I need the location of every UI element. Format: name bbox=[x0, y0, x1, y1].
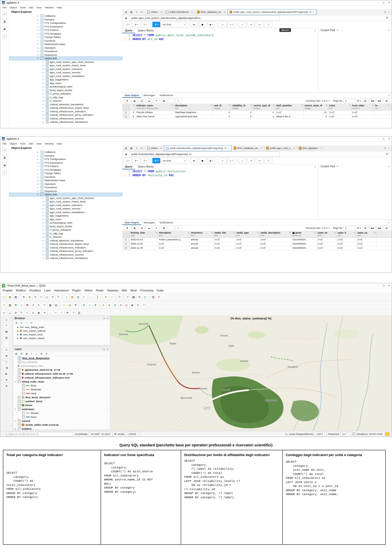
tree-item-materialized-views[interactable]: ▸Materialized Views bbox=[9, 42, 122, 46]
close-tab-icon[interactable]: ✕ bbox=[224, 11, 225, 13]
tree-item-functions[interactable]: ▸Functions bbox=[9, 39, 122, 43]
tree-item-fts-parsers[interactable]: ▸FTS Parsers bbox=[9, 164, 122, 168]
layer-checkbox[interactable]: ✓ bbox=[18, 396, 21, 399]
layer-diagrams[interactable]: ◉ bbox=[67, 302, 73, 308]
rollback-button[interactable]: ↺ bbox=[247, 22, 255, 27]
edit-column-icon[interactable]: ✎ bbox=[374, 232, 376, 234]
tab-diva-digital-po[interactable]: diva_digital/po...✕ bbox=[297, 145, 324, 151]
close-button[interactable]: ✕ bbox=[388, 137, 390, 140]
tree-item-ci-sources[interactable]: ▸ci_sources bbox=[9, 99, 122, 103]
stop-button[interactable]: ■ bbox=[190, 22, 198, 27]
edit-column-icon[interactable]: ✎ bbox=[388, 104, 389, 107]
tree-item-agro-rural-system-sources[interactable]: ▸agro_rural_system_sources bbox=[9, 207, 122, 210]
layer-item-river[interactable]: ✓River bbox=[13, 415, 110, 419]
maximize-button[interactable]: ▢ bbox=[382, 284, 385, 287]
tree-item-fts-templates[interactable]: ▸FTS Templates bbox=[9, 168, 122, 172]
close-tab-icon[interactable]: ✕ bbox=[321, 147, 322, 149]
graph-visualiser-button[interactable]: ∿ bbox=[175, 226, 182, 230]
layer-checkbox[interactable]: ✓ bbox=[22, 412, 25, 414]
browser-item-osm-hiking-trails[interactable]: ▸osm_hiking_trails bbox=[13, 325, 110, 329]
scale-feature[interactable]: ↗ bbox=[71, 310, 76, 315]
map-canvas[interactable]: [% diva_status_summary() %] StrovodëShar… bbox=[110, 315, 392, 431]
layer-checkbox[interactable]: ✓ bbox=[18, 423, 21, 426]
zoom-in[interactable]: ⊕ bbox=[27, 294, 32, 300]
cut-features[interactable]: ✂ bbox=[42, 302, 47, 308]
edit-column-icon[interactable]: ✎ bbox=[326, 104, 327, 107]
layer-checkbox[interactable]: ✓ bbox=[22, 416, 25, 418]
next-page-button[interactable]: ▶▶ bbox=[376, 226, 383, 230]
column-header-indicator-name[interactable]: indicator_namecharacter varying (250)✎ bbox=[135, 104, 174, 110]
close-button[interactable]: ✕ bbox=[388, 1, 390, 4]
titlebar[interactable]: pg pgAdmin 4 – ▢ ✕ bbox=[0, 136, 392, 141]
tree-item-tables[interactable]: ▾Tables (63) bbox=[9, 57, 122, 60]
tree-item-fts-configurations[interactable]: ▸FTS Configurations bbox=[9, 21, 122, 25]
tree-item-ci-sdg-map[interactable]: ▸ci_sdg_map bbox=[9, 96, 122, 99]
tree-item-agro-rural-system-agro-food-structure[interactable]: ▸agro_rural_system_agro_food_structure bbox=[9, 196, 122, 200]
layer-checkbox[interactable]: ✓ bbox=[22, 388, 25, 391]
tree-item-cultural-infrastructure-translations[interactable]: ▸cultural_infrastructure_translations bbox=[9, 256, 122, 260]
layer-item-agritourism-2025-10-26-17-00[interactable]: ✓agritourism_2025-10-26_17-00 bbox=[13, 368, 110, 372]
layer-item-diva-local-diagnostics[interactable]: diva_local_diagnostics bbox=[13, 356, 110, 360]
expand-editor-icon[interactable]: ↗ bbox=[312, 29, 318, 32]
menu-vettore[interactable]: Vettore bbox=[84, 289, 93, 292]
simplify-feature[interactable]: ∿ bbox=[25, 310, 30, 315]
search-tabs-icon[interactable]: ⊙ bbox=[140, 10, 144, 14]
style-manager-panel[interactable]: ◆ bbox=[4, 383, 9, 388]
execute-options-button[interactable]: ▶▾ bbox=[207, 158, 215, 163]
edit-column-icon[interactable]: ✎ bbox=[314, 232, 316, 234]
add-group[interactable]: ⊞ bbox=[20, 352, 23, 356]
browser-collapse-all[interactable]: ⊟ bbox=[30, 321, 33, 325]
plugin-manager[interactable]: ❖ bbox=[93, 302, 98, 308]
expand-editor-icon[interactable]: ↗ bbox=[312, 165, 318, 168]
open-layer-styling-panel[interactable]: ◧ bbox=[15, 352, 18, 356]
edit-column-icon[interactable]: ✎ bbox=[334, 232, 336, 234]
remove-layer[interactable]: ⊟ bbox=[45, 352, 48, 356]
layer-checkbox[interactable]: ✓ bbox=[18, 408, 21, 411]
column-header-item[interactable]: ✎ bbox=[130, 104, 135, 110]
prev-page-button[interactable]: ◀◀ bbox=[369, 226, 376, 230]
field-calculator[interactable]: # bbox=[156, 294, 162, 300]
quickmap-services[interactable]: ● bbox=[107, 302, 112, 308]
add-raster-layer[interactable]: ▩ bbox=[4, 329, 9, 334]
graph-visualiser-button[interactable]: ∿ bbox=[175, 98, 182, 103]
menu-object[interactable]: Object bbox=[9, 142, 16, 145]
crs-indicator[interactable]: EPSG:4326 bbox=[369, 433, 382, 435]
column-header-media-type[interactable]: media_typetext✎ bbox=[235, 231, 260, 237]
close-tab-icon[interactable]: ✕ bbox=[313, 11, 314, 13]
georeferencer[interactable]: ⊞ bbox=[118, 302, 123, 308]
menu-file[interactable]: File bbox=[2, 142, 6, 145]
first-page-button[interactable]: |◀ bbox=[362, 226, 368, 230]
pan-map[interactable]: ❖ bbox=[21, 294, 26, 300]
show-bookmarks[interactable]: ☆ bbox=[109, 294, 114, 300]
dashboard-tab-icon[interactable]: ▦ bbox=[129, 146, 133, 150]
layer-item-hiking-trails-clean[interactable]: ▾✓hiking_trails_clean bbox=[13, 380, 110, 384]
filter-button[interactable]: ▼▾ bbox=[152, 158, 160, 163]
new-shapefile-layer[interactable]: ✚ bbox=[4, 377, 9, 382]
tab-menu-icon[interactable]: ⋮ bbox=[387, 11, 390, 13]
tree-item-cultural-infrastructure-proxy-indicators[interactable]: ▸cultural_infrastructure_proxy_indicator… bbox=[9, 113, 122, 117]
tree-item-domains[interactable]: ▸Domains bbox=[9, 18, 122, 21]
tree-item-agro-rural-system-import-temp[interactable]: ▸agro_rural_system_import_temp bbox=[9, 64, 122, 67]
tree-item-agro-rural-system-indicators[interactable]: ▸agro_rural_system_indicators bbox=[9, 203, 122, 207]
tree-item-ci-proxy-indicators[interactable]: ▸ci_proxy_indicators bbox=[9, 228, 122, 232]
titlebar[interactable]: pg pgAdmin 4 – ▢ ✕ bbox=[0, 0, 392, 5]
grid-row[interactable]: 32025-12-25[null]annual[null][null][null… bbox=[122, 246, 392, 250]
tree-item-agro-rural-system-indicators[interactable]: ▸agro_rural_system_indicators bbox=[9, 67, 122, 71]
reload-connection-icon[interactable]: ↻ bbox=[386, 16, 390, 20]
column-header-name-sq[interactable]: name_sqtext✎ bbox=[356, 231, 376, 237]
tree-item-domains[interactable]: ▸Domains bbox=[9, 154, 122, 158]
close-button[interactable]: ✕ bbox=[388, 284, 390, 287]
zoom-full[interactable]: ▭ bbox=[38, 294, 44, 300]
tree-item-cultural-infrastructure-translations[interactable]: ▸cultural_infrastructure_translations bbox=[9, 120, 122, 124]
tree-item-cultural-infrastructure-import-temp[interactable]: ▸cultural_infrastructure_import_temp bbox=[9, 106, 122, 110]
edit-column-icon[interactable]: ✎ bbox=[250, 104, 252, 107]
layer-item-moderate[interactable]: ✓Moderate bbox=[13, 387, 110, 391]
layer-item-stream[interactable]: ✓Stream bbox=[13, 411, 110, 415]
explain-analyze-button[interactable]: ∿▾ bbox=[227, 22, 235, 27]
sql-line[interactable]: 1SELECT * FROM public.festivities bbox=[122, 169, 318, 173]
edit-column-icon[interactable]: ✎ bbox=[133, 104, 135, 107]
layer-item-forest[interactable]: ✓forest○ bbox=[13, 403, 110, 407]
tab-query[interactable]: Query bbox=[122, 164, 135, 169]
grass-tools[interactable]: ◆ bbox=[130, 302, 135, 308]
expand-output-icon[interactable]: ↗ bbox=[385, 221, 392, 224]
